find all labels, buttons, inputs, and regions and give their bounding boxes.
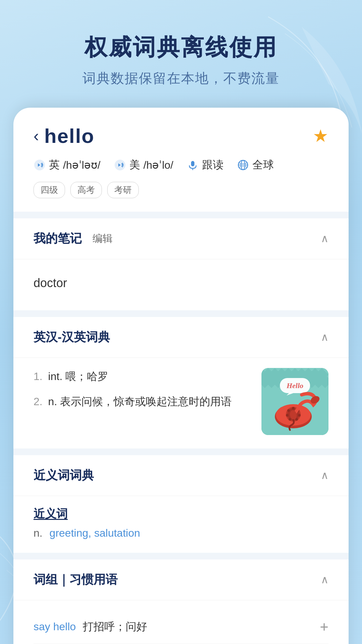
american-phonetic: /həˈlo/ [143, 159, 173, 171]
dictionary-chevron-icon: ∧ [321, 331, 328, 343]
phrases-title: 词组｜习惯用语 [34, 572, 118, 588]
header-section: 权威词典离线使用 词典数据保留在本地，不费流量 [0, 0, 362, 108]
synonyms-chevron-icon: ∧ [321, 469, 328, 482]
british-speaker-icon [34, 159, 46, 171]
phrase-meaning-1: 打招呼；问好 [83, 621, 147, 633]
notes-content: doctor [13, 259, 349, 310]
svg-rect-2 [191, 161, 194, 166]
microphone-icon [187, 159, 199, 171]
telephone-svg: Hello [261, 368, 328, 435]
synonyms-label: 近义词 [34, 506, 328, 522]
tag-cet4: 四级 [34, 182, 65, 198]
def-num-2: 2. [34, 395, 43, 408]
notes-text: doctor [34, 269, 328, 297]
synonyms-word-list: greeting, salutation [50, 527, 140, 539]
svg-point-20 [286, 414, 289, 417]
follow-read-label: 跟读 [202, 158, 224, 172]
word-title: hello [44, 124, 95, 148]
svg-point-17 [298, 414, 301, 417]
def-text-2: n. 表示问候，惊奇或唤起注意时的用语 [48, 395, 232, 408]
word-left: ‹ hello [34, 124, 95, 148]
synonyms-pos: n. [34, 527, 43, 539]
dictionary-title: 英汉-汉英词典 [34, 329, 110, 345]
british-pronunciation[interactable]: 英 /həˈləʊ/ [34, 158, 101, 172]
global-button[interactable]: 全球 [237, 158, 274, 172]
phrase-item-1: say hello 打招呼；问好 + [34, 610, 328, 644]
main-card: ‹ hello ★ 英 /həˈləʊ/ [13, 108, 349, 644]
british-phonetic: /həˈləʊ/ [63, 159, 101, 171]
svg-point-15 [292, 407, 295, 410]
phrases-chevron-icon: ∧ [321, 573, 328, 586]
global-label: 全球 [252, 158, 274, 172]
phrases-section: 词组｜习惯用语 ∧ say hello 打招呼；问好 + hello every… [13, 559, 349, 644]
tag-kaoyan: 考研 [107, 182, 139, 198]
phrases-section-header[interactable]: 词组｜习惯用语 ∧ [13, 559, 349, 600]
header-subtitle: 词典数据保留在本地，不费流量 [20, 69, 342, 88]
word-row: ‹ hello ★ [34, 124, 328, 148]
synonyms-section: 近义词词典 ∧ 近义词 n. greeting, salutation [13, 455, 349, 553]
dictionary-definitions: 1. int. 喂；哈罗 2. n. 表示问候，惊奇或唤起注意时的用语 [34, 368, 251, 435]
phrase-word-1: say hello [34, 621, 76, 633]
word-illustration: Hello [261, 368, 328, 435]
def-num-1: 1. [34, 370, 43, 382]
synonyms-content: 近义词 n. greeting, salutation [13, 496, 349, 553]
notes-section-header[interactable]: 我的笔记 编辑 ∧ [13, 218, 349, 259]
svg-point-21 [287, 409, 290, 412]
svg-text:Hello: Hello [286, 381, 303, 390]
american-label: 美 [129, 158, 140, 172]
dict-def-2: 2. n. 表示问候，惊奇或唤起注意时的用语 [34, 393, 251, 410]
phrase-add-button-1[interactable]: + [320, 619, 328, 635]
exam-tags: 四级 高考 考研 [34, 182, 328, 198]
american-pronunciation[interactable]: 美 /həˈlo/ [114, 158, 173, 172]
british-label: 英 [49, 158, 60, 172]
notes-title: 我的笔记 [34, 230, 82, 247]
phrase-text-1: say hello 打招呼；问好 [34, 620, 147, 634]
notes-edit-button[interactable]: 编辑 [93, 232, 113, 246]
word-header: ‹ hello ★ 英 /həˈləʊ/ [13, 108, 349, 212]
synonyms-section-header[interactable]: 近义词词典 ∧ [13, 455, 349, 496]
svg-point-19 [289, 418, 291, 421]
synonyms-words-row: n. greeting, salutation [34, 527, 328, 539]
header-title: 权威词典离线使用 [20, 34, 342, 61]
notes-chevron-icon: ∧ [321, 232, 328, 245]
dictionary-section-header[interactable]: 英汉-汉英词典 ∧ [13, 317, 349, 358]
phrases-content: say hello 打招呼；问好 + hello everyone 大家好 [13, 600, 349, 644]
favorite-star-icon[interactable]: ★ [313, 126, 328, 146]
dictionary-content: 1. int. 喂；哈罗 2. n. 表示问候，惊奇或唤起注意时的用语 [13, 358, 349, 448]
pronunciation-row: 英 /həˈləʊ/ 美 /həˈlo/ [34, 158, 328, 172]
american-speaker-icon [114, 159, 126, 171]
back-button[interactable]: ‹ [34, 128, 39, 144]
def-text-1: int. 喂；哈罗 [48, 370, 109, 382]
tag-gaokao: 高考 [70, 182, 102, 198]
synonyms-title: 近义词词典 [34, 467, 94, 484]
follow-read-button[interactable]: 跟读 [187, 158, 224, 172]
dict-def-1: 1. int. 喂；哈罗 [34, 368, 251, 385]
dictionary-section: 英汉-汉英词典 ∧ 1. int. 喂；哈罗 2. n. 表示问候，惊奇或唤起注… [13, 317, 349, 448]
notes-section: 我的笔记 编辑 ∧ doctor [13, 218, 349, 310]
global-icon [237, 159, 249, 171]
